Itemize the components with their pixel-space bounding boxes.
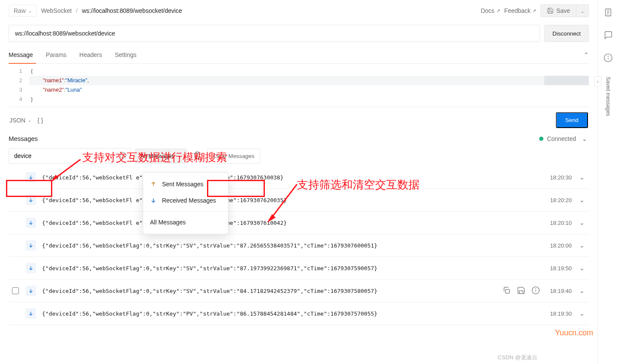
message-editor[interactable]: 1234 { "name1":"Miracle", "name2":"Luna"… xyxy=(9,64,589,107)
save-message-icon[interactable] xyxy=(517,286,525,296)
message-row[interactable]: {"deviceId":56,"webSocketFl e":"82.91177… xyxy=(9,189,589,212)
websocket-url-input[interactable] xyxy=(9,25,540,42)
chevron-down-icon: ⌄ xyxy=(28,118,31,122)
message-time: 18:20:10 xyxy=(546,220,572,226)
message-row[interactable]: {"deviceId":56,"webSocketFl e":"84.97801… xyxy=(9,166,589,189)
dropdown-separator xyxy=(143,211,228,212)
filter-dropdown-menu: Sent Messages Received Messages All Mess… xyxy=(143,172,228,234)
message-search-input[interactable] xyxy=(9,148,131,164)
right-sidebar: ‹ Saved messages xyxy=(597,0,618,364)
arrow-down-icon xyxy=(26,172,36,182)
docs-label: Docs xyxy=(481,7,495,14)
filter-option-label: Sent Messages xyxy=(162,181,204,188)
body-format-select[interactable]: JSON ⌄ xyxy=(9,117,31,124)
clear-search-icon[interactable] xyxy=(120,152,126,160)
filter-option-all[interactable]: All Messages xyxy=(143,214,228,230)
minimize-panel-button[interactable]: ⌃ xyxy=(584,51,589,63)
message-text: {"deviceId":56,"webSocketFl e":"89.21611… xyxy=(42,220,540,226)
arrow-down-icon xyxy=(26,286,36,296)
filter-option-sent[interactable]: Sent Messages xyxy=(143,176,228,192)
info-icon[interactable] xyxy=(603,53,613,64)
external-link-icon: ↗ xyxy=(496,8,500,14)
filter-label: All Messages xyxy=(141,153,174,159)
docs-link[interactable]: Docs↗ xyxy=(481,7,500,14)
svg-point-24 xyxy=(608,56,608,57)
message-time: 18:20:20 xyxy=(546,197,572,203)
raw-label: Raw xyxy=(14,7,26,14)
expand-message-button[interactable]: ⌄ xyxy=(578,219,586,226)
message-time: 18:19:50 xyxy=(546,265,572,272)
svg-rect-9 xyxy=(506,289,510,293)
send-button[interactable]: Send xyxy=(556,112,588,128)
filter-option-received[interactable]: Received Messages xyxy=(143,192,228,209)
chevron-down-icon: ⌄ xyxy=(28,9,32,13)
arrow-up-icon xyxy=(150,181,157,188)
message-time: 18:19:40 xyxy=(546,288,572,294)
message-row[interactable]: {"deviceId":56,"webSocketFlag":0,"strKey… xyxy=(9,257,589,280)
save-button[interactable]: Save xyxy=(541,5,576,17)
watermark-csdn: CSDN @龙凌云 xyxy=(498,354,537,361)
message-time: 18:20:30 xyxy=(546,174,572,181)
message-text: {"deviceId":56,"webSocketFl e":"82.91177… xyxy=(42,197,540,203)
tab-headers[interactable]: Headers xyxy=(79,51,102,63)
expand-message-button[interactable]: ⌄ xyxy=(578,265,586,272)
message-text: {"deviceId":56,"webSocketFl e":"84.97801… xyxy=(42,174,540,181)
breadcrumb-root[interactable]: WebSocket xyxy=(41,7,72,14)
expand-message-button[interactable]: ⌄ xyxy=(578,287,586,294)
connection-status-dot xyxy=(539,137,543,141)
save-label: Save xyxy=(556,7,570,14)
message-row[interactable]: {"deviceId":56,"webSocketFl e":"89.21611… xyxy=(9,212,589,234)
arrow-down-icon xyxy=(26,240,36,251)
tab-settings[interactable]: Settings xyxy=(115,51,137,63)
request-tabs: Message Params Headers Settings ⌃ xyxy=(9,51,589,64)
chevron-down-icon[interactable]: ⌄ xyxy=(580,135,589,142)
arrow-down-icon xyxy=(26,263,36,273)
expand-message-button[interactable]: ⌄ xyxy=(578,310,586,317)
info-icon[interactable] xyxy=(531,286,540,296)
beautify-button[interactable]: { } xyxy=(37,117,43,124)
filter-option-label: Received Messages xyxy=(162,197,216,204)
feedback-link[interactable]: Feedback↗ xyxy=(504,7,536,14)
message-row[interactable]: {"deviceId":56,"webSocketFlag":0,"strKey… xyxy=(9,280,589,302)
comments-icon[interactable] xyxy=(603,30,613,41)
breadcrumb-path: ws://localhost:8089/websocket/device xyxy=(82,7,182,14)
chevron-left-icon: ‹ xyxy=(597,79,598,84)
message-row-actions xyxy=(502,286,540,296)
message-text: {"deviceId":56,"webSocketFlag":0,"strKey… xyxy=(42,310,540,317)
message-list[interactable]: {"deviceId":56,"webSocketFl e":"84.97801… xyxy=(9,166,589,364)
watermark-yuucn: Yuucn.com xyxy=(555,328,593,337)
arrow-down-icon xyxy=(26,195,36,205)
feedback-label: Feedback xyxy=(504,7,531,14)
tab-params[interactable]: Params xyxy=(46,51,66,63)
body-format-label: JSON xyxy=(9,117,25,124)
disconnect-button[interactable]: Disconnect xyxy=(544,25,589,42)
chevron-down-icon: ⌄ xyxy=(581,9,584,14)
message-row[interactable]: {"deviceId":56,"webSocketFlag":0,"strKey… xyxy=(9,302,589,325)
breadcrumb: WebSocket / ws://localhost:8089/websocke… xyxy=(41,7,182,14)
external-link-icon: ↗ xyxy=(532,8,536,14)
copy-icon[interactable] xyxy=(502,286,511,296)
expand-message-button[interactable]: ⌄ xyxy=(578,174,586,181)
save-button-group: Save ⌄ xyxy=(540,4,589,17)
chevron-down-icon: ⌄ xyxy=(178,154,181,158)
arrow-down-icon xyxy=(150,197,157,204)
expand-message-button[interactable]: ⌄ xyxy=(578,242,586,249)
save-caret[interactable]: ⌄ xyxy=(576,5,588,17)
messages-heading: Messages xyxy=(9,135,38,142)
raw-dropdown[interactable]: Raw ⌄ xyxy=(9,5,37,17)
filter-option-label: All Messages xyxy=(150,219,186,226)
expand-message-button[interactable]: ⌄ xyxy=(578,197,586,203)
message-select-checkbox[interactable] xyxy=(12,287,19,294)
saved-messages-label[interactable]: Saved messages xyxy=(605,77,611,116)
tab-message[interactable]: Message xyxy=(9,51,33,63)
collapse-sidebar-button[interactable]: ‹ xyxy=(594,76,601,87)
editor-content[interactable]: { "name1":"Miracle", "name2":"Luna" } xyxy=(29,66,589,104)
trash-icon[interactable] xyxy=(191,149,203,163)
svg-point-12 xyxy=(536,289,536,289)
message-text: {"deviceId":56,"webSocketFlag":0,"strKey… xyxy=(42,288,496,294)
clear-messages-button[interactable]: Clear Messages xyxy=(207,149,260,164)
documentation-icon[interactable] xyxy=(603,8,613,18)
connection-status-label: Connected xyxy=(547,135,576,142)
message-filter-dropdown[interactable]: All Messages ⌄ xyxy=(135,149,187,164)
message-row[interactable]: {"deviceId":56,"webSocketFlag":0,"strKey… xyxy=(9,234,589,257)
